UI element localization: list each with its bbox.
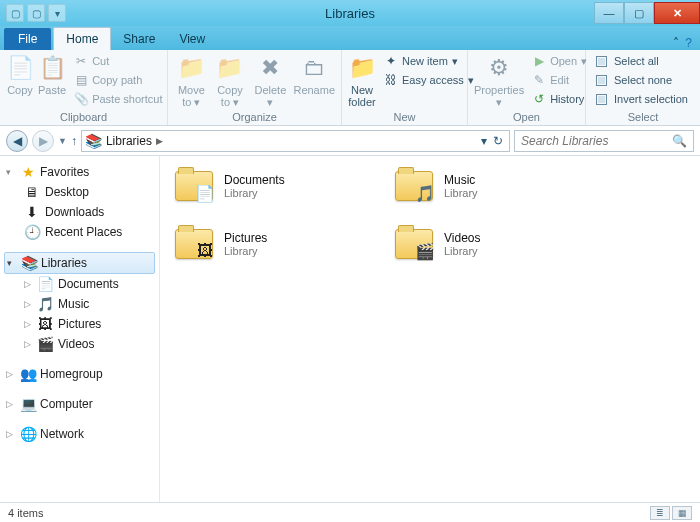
search-input[interactable] [521, 134, 672, 148]
group-clipboard: 📄 Copy 📋 Paste ✂Cut ▤Copy path 📎Paste sh… [0, 50, 168, 125]
nav-item-computer[interactable]: ▷💻Computer [4, 394, 155, 414]
tab-home[interactable]: Home [53, 27, 111, 50]
nav-item-downloads[interactable]: ⬇Downloads [4, 202, 155, 222]
refresh-icon[interactable]: ↻ [493, 134, 503, 148]
music-icon: 🎵 [37, 296, 53, 312]
chevron-right-icon[interactable]: ▷ [6, 429, 16, 439]
qat-btn-2[interactable]: ▢ [27, 4, 45, 22]
rename-button[interactable]: 🗀 Rename [293, 52, 335, 96]
main-body: ▾ ★ Favorites 🖥Desktop ⬇Downloads 🕘Recen… [0, 156, 700, 502]
chevron-right-icon[interactable]: ▶ [156, 136, 163, 146]
search-icon[interactable]: 🔍 [672, 134, 687, 148]
paste-shortcut-button[interactable]: 📎Paste shortcut [70, 90, 166, 108]
close-button[interactable]: ✕ [654, 2, 700, 24]
copy-button[interactable]: 📄 Copy [6, 52, 34, 96]
tab-file[interactable]: File [4, 28, 51, 50]
recent-icon: 🕘 [24, 224, 40, 240]
back-button[interactable]: ◀ [6, 130, 28, 152]
details-view-button[interactable]: ≣ [650, 506, 670, 520]
new-item-icon: ✦ [384, 54, 398, 68]
library-item-documents[interactable]: 📄 DocumentsLibrary [174, 166, 374, 206]
chevron-right-icon[interactable]: ▷ [6, 369, 16, 379]
nav-item-pictures[interactable]: ▷🖼Pictures [4, 314, 155, 334]
copy-path-button[interactable]: ▤Copy path [70, 71, 166, 89]
chevron-right-icon[interactable]: ▷ [24, 319, 32, 329]
ribbon-collapse-icon[interactable]: ˄ [673, 36, 679, 50]
tab-share[interactable]: Share [111, 28, 167, 50]
item-count: 4 items [8, 507, 43, 519]
edit-button[interactable]: ✎Edit [528, 71, 591, 89]
cut-button[interactable]: ✂Cut [70, 52, 166, 70]
easy-access-icon: ⛓ [384, 73, 398, 87]
chevron-down-icon: ▾ [6, 167, 16, 177]
up-button[interactable]: ↑ [71, 134, 77, 148]
nav-item-recent[interactable]: 🕘Recent Places [4, 222, 155, 242]
address-dropdown-icon[interactable]: ▾ [481, 134, 487, 148]
chevron-right-icon[interactable]: ▷ [6, 399, 16, 409]
nav-item-videos[interactable]: ▷🎬Videos [4, 334, 155, 354]
nav-libraries-header[interactable]: ▾ 📚 Libraries [4, 252, 155, 274]
documents-icon: 📄 [37, 276, 53, 292]
nav-item-desktop[interactable]: 🖥Desktop [4, 182, 155, 202]
desktop-icon: 🖥 [24, 184, 40, 200]
select-all-button[interactable]: Select all [592, 52, 692, 70]
tab-view[interactable]: View [167, 28, 217, 50]
search-box[interactable]: 🔍 [514, 130, 694, 152]
nav-item-documents[interactable]: ▷📄Documents [4, 274, 155, 294]
chevron-right-icon[interactable]: ▷ [24, 279, 32, 289]
minimize-button[interactable]: — [594, 2, 624, 24]
move-to-button[interactable]: 📁 Move to ▾ [174, 52, 209, 108]
forward-button[interactable]: ▶ [32, 130, 54, 152]
chevron-right-icon[interactable]: ▷ [24, 339, 32, 349]
downloads-icon: ⬇ [24, 204, 40, 220]
music-library-icon: 🎵 [394, 166, 434, 206]
paste-button[interactable]: 📋 Paste [38, 52, 66, 96]
nav-favorites-header[interactable]: ▾ ★ Favorites [4, 162, 155, 182]
copy-to-button[interactable]: 📁 Copy to ▾ [213, 52, 248, 108]
pictures-library-icon: 🖼 [174, 224, 214, 264]
chevron-down-icon: ▾ [7, 258, 17, 268]
new-folder-icon: 📁 [348, 54, 376, 82]
recent-locations-dropdown[interactable]: ▼ [58, 136, 67, 146]
copy-path-icon: ▤ [74, 73, 88, 87]
library-item-music[interactable]: 🎵 MusicLibrary [394, 166, 594, 206]
qat-btn-3[interactable]: ▾ [48, 4, 66, 22]
window-controls: — ▢ ✕ [594, 2, 700, 24]
delete-button[interactable]: ✖ Delete ▾ [251, 52, 289, 108]
library-item-pictures[interactable]: 🖼 PicturesLibrary [174, 224, 374, 264]
library-grid: 📄 DocumentsLibrary 🎵 MusicLibrary 🖼 Pict… [174, 166, 594, 264]
properties-button[interactable]: ⚙ Properties ▾ [474, 52, 524, 108]
documents-library-icon: 📄 [174, 166, 214, 206]
navigation-pane: ▾ ★ Favorites 🖥Desktop ⬇Downloads 🕘Recen… [0, 156, 160, 502]
title-bar: ▢ ▢ ▾ Libraries — ▢ ✕ [0, 0, 700, 26]
maximize-button[interactable]: ▢ [624, 2, 654, 24]
properties-icon: ⚙ [485, 54, 513, 82]
open-button[interactable]: ▶Open ▾ [528, 52, 591, 70]
history-button[interactable]: ↺History [528, 90, 591, 108]
breadcrumb[interactable]: Libraries▶ [106, 134, 163, 148]
content-pane[interactable]: 📄 DocumentsLibrary 🎵 MusicLibrary 🖼 Pict… [160, 156, 700, 502]
invert-selection-icon [596, 94, 607, 105]
invert-selection-button[interactable]: Invert selection [592, 90, 692, 108]
help-icon[interactable]: ? [685, 36, 692, 50]
select-none-button[interactable]: Select none [592, 71, 692, 89]
nav-item-homegroup[interactable]: ▷👥Homegroup [4, 364, 155, 384]
edit-icon: ✎ [532, 73, 546, 87]
view-switcher: ≣ ▦ [650, 506, 692, 520]
videos-icon: 🎬 [37, 336, 53, 352]
easy-access-button[interactable]: ⛓Easy access ▾ [380, 71, 478, 89]
new-folder-button[interactable]: 📁 New folder [348, 52, 376, 108]
paste-shortcut-icon: 📎 [74, 92, 88, 106]
nav-row: ◀ ▶ ▼ ↑ 📚 Libraries▶ ▾ ↻ 🔍 [0, 126, 700, 156]
ribbon-tools: ˄ ? [673, 36, 700, 50]
address-bar[interactable]: 📚 Libraries▶ ▾ ↻ [81, 130, 510, 152]
qat-btn-1[interactable]: ▢ [6, 4, 24, 22]
libraries-icon: 📚 [21, 255, 37, 271]
new-item-button[interactable]: ✦New item ▾ [380, 52, 478, 70]
delete-icon: ✖ [256, 54, 284, 82]
nav-item-music[interactable]: ▷🎵Music [4, 294, 155, 314]
library-item-videos[interactable]: 🎬 VideosLibrary [394, 224, 594, 264]
icons-view-button[interactable]: ▦ [672, 506, 692, 520]
nav-item-network[interactable]: ▷🌐Network [4, 424, 155, 444]
chevron-right-icon[interactable]: ▷ [24, 299, 32, 309]
